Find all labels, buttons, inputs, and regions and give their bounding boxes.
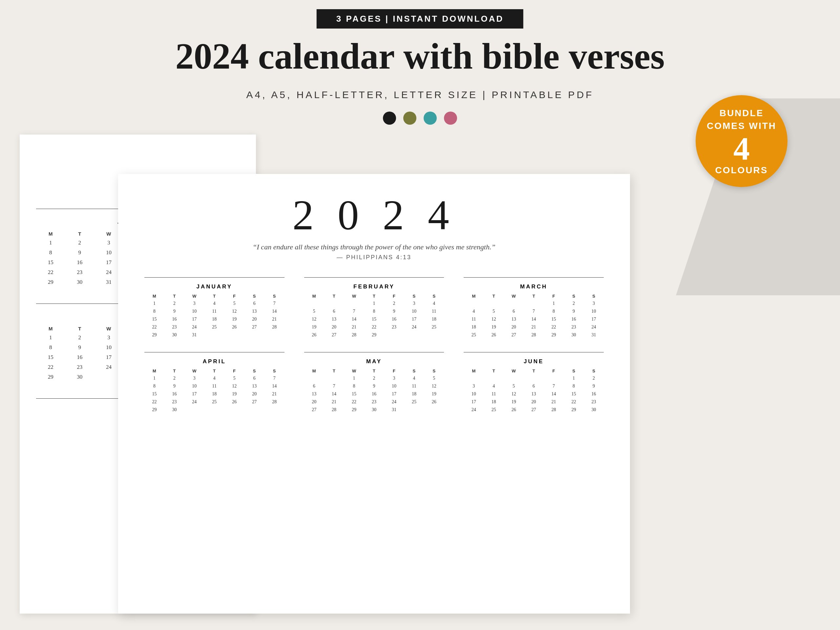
month-april-name: APRIL <box>144 358 284 365</box>
bundle-badge: BUNDLECOMES WITH 4 COLOURS <box>696 95 788 187</box>
table-row: 1234567 <box>144 300 284 308</box>
table-row: 12 <box>464 374 604 382</box>
col-header: T <box>524 368 544 374</box>
table-row: 11121314151617 <box>464 315 604 323</box>
col-header: W <box>344 368 364 374</box>
badge-number: 4 <box>733 132 750 165</box>
col-header: T <box>484 293 504 300</box>
table-row: 3456789 <box>464 382 604 390</box>
col-header: S <box>404 293 424 300</box>
table-row: 15161718192021 <box>144 390 284 398</box>
table-row: 45678910 <box>464 308 604 315</box>
badge-line1: BUNDLECOMES WITH <box>707 107 776 132</box>
month-march-header <box>464 277 604 281</box>
table-row: 891011121314 <box>144 382 284 390</box>
col-header: T <box>204 293 224 300</box>
col-header: M <box>464 368 484 374</box>
col-header: S <box>584 293 604 300</box>
col-header: S <box>404 368 424 374</box>
april-table: MTWTFSS 1234567 891011121314 15161718192… <box>144 368 284 414</box>
col-header: T <box>164 293 185 300</box>
month-february-name: FEBRUARY <box>304 284 444 290</box>
table-row: 891011121314 <box>144 308 284 315</box>
table-row: 12345 <box>304 374 444 382</box>
calendar-grid: JANUARY MTWTFSS 1234567 891011121314 151… <box>144 277 604 414</box>
col-header: S <box>264 368 284 374</box>
col-header: W <box>504 368 524 374</box>
col-header: W <box>344 293 364 300</box>
col-header: W <box>185 293 204 300</box>
table-row: 2930 <box>144 406 284 414</box>
col-header: F <box>224 368 245 374</box>
col-header: S <box>424 368 444 374</box>
table-row: 2728293031 <box>304 406 444 414</box>
color-dot-black <box>383 112 396 125</box>
main-title: 2024 calendar with bible verses <box>0 36 840 76</box>
col-header: M <box>36 325 65 333</box>
col-header: S <box>584 368 604 374</box>
month-january: JANUARY MTWTFSS 1234567 891011121314 151… <box>144 277 284 339</box>
table-row: 10111213141516 <box>464 390 604 398</box>
month-april: APRIL MTWTFSS 1234567 891011121314 15161… <box>144 352 284 414</box>
col-header: S <box>424 293 444 300</box>
table-row: 12131415161718 <box>304 315 444 323</box>
col-header: T <box>364 368 384 374</box>
col-header: S <box>245 368 264 374</box>
col-header: S <box>564 293 584 300</box>
may-table: MTWTFSS 12345 6789101112 13141516171819 … <box>304 368 444 414</box>
table-row: 19202122232425 <box>304 323 444 331</box>
february-table: MTWTFSS 1234 567891011 12131415161718 19… <box>304 293 444 339</box>
table-row: 22232425262728 <box>144 398 284 406</box>
col-header: T <box>204 368 224 374</box>
col-header: S <box>245 293 264 300</box>
table-row: 24252627282930 <box>464 406 604 414</box>
month-may-name: MAY <box>304 358 444 365</box>
table-row: 1234 <box>304 300 444 308</box>
col-header: M <box>304 368 324 374</box>
color-dot-mauve <box>444 112 457 125</box>
table-row: 25262728293031 <box>464 331 604 339</box>
table-row: 6789101112 <box>304 382 444 390</box>
table-row: 18192021222324 <box>464 323 604 331</box>
month-february: FEBRUARY MTWTFSS 1234 567891011 12131415… <box>304 277 444 339</box>
march-table: MTWTFSS 123 45678910 11121314151617 1819… <box>464 293 604 339</box>
col-header: W <box>185 368 204 374</box>
front-bible-reference: — PHILIPPIANS 4:13 <box>144 254 604 261</box>
table-row: 15161718192021 <box>144 315 284 323</box>
front-year: 2 0 2 4 <box>144 190 604 240</box>
month-may: MAY MTWTFSS 12345 6789101112 13141516171… <box>304 352 444 414</box>
month-june-header <box>464 352 604 356</box>
month-february-header <box>304 277 444 281</box>
badge-line3: COLOURS <box>715 165 768 175</box>
month-june-name: JUNE <box>464 358 604 365</box>
color-dot-teal <box>424 112 437 125</box>
col-header: M <box>144 293 164 300</box>
color-dot-olive <box>403 112 416 125</box>
calendar-front-page: 2 0 2 4 “I can endure all these things t… <box>118 174 630 614</box>
month-january-name: JANUARY <box>144 284 284 290</box>
col-header: M <box>36 230 65 238</box>
month-january-header <box>144 277 284 281</box>
table-row: 20212223242526 <box>304 398 444 406</box>
table-row: 1234567 <box>144 374 284 382</box>
col-header: W <box>504 293 524 300</box>
col-header: F <box>544 293 564 300</box>
col-header: T <box>364 293 384 300</box>
col-header: F <box>384 293 404 300</box>
col-header: F <box>384 368 404 374</box>
col-header: M <box>144 368 164 374</box>
table-row: 26272829 <box>304 331 444 339</box>
month-june: JUNE MTWTFSS 12 3456789 10111213141516 1… <box>464 352 604 414</box>
table-row: 567891011 <box>304 308 444 315</box>
col-header: T <box>164 368 185 374</box>
january-table: MTWTFSS 1234567 891011121314 15161718192… <box>144 293 284 339</box>
col-header: S <box>264 293 284 300</box>
month-march: MARCH MTWTFSS 123 45678910 1112131415161… <box>464 277 604 339</box>
col-header: M <box>304 293 324 300</box>
june-table: MTWTFSS 12 3456789 10111213141516 171819… <box>464 368 604 414</box>
col-header: S <box>564 368 584 374</box>
table-row: 22232425262728 <box>144 323 284 331</box>
col-header: F <box>224 293 245 300</box>
col-header: T <box>324 368 344 374</box>
month-march-name: MARCH <box>464 284 604 290</box>
